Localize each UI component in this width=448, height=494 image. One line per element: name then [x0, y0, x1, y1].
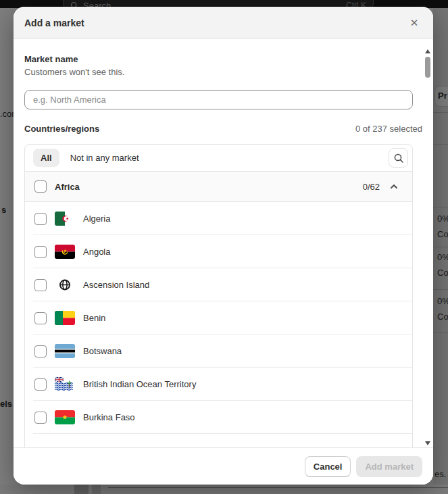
filter-tab-all[interactable]: All [33, 149, 59, 167]
country-checkbox[interactable] [34, 378, 47, 391]
country-row[interactable]: Angola [25, 235, 412, 268]
flag-io-icon [55, 377, 75, 391]
flag-bf-icon [55, 410, 75, 424]
country-name: Ascension Island [83, 280, 149, 290]
country-name: Angola [83, 247, 110, 257]
selected-count: 0 of 237 selected [355, 124, 422, 134]
country-row[interactable]: British Indian Ocean Territory [25, 368, 412, 401]
country-row[interactable]: Botswana [25, 335, 412, 368]
group-checkbox-africa[interactable] [34, 180, 47, 193]
scroll-down-arrow-icon[interactable] [424, 441, 431, 446]
flag-dz-icon [55, 212, 75, 226]
country-name: Algeria [83, 214, 110, 224]
flag-bj-icon [55, 311, 75, 325]
modal-body: Market name Customers won't see this. Co… [14, 39, 433, 447]
country-checkbox[interactable] [34, 345, 47, 357]
close-icon[interactable]: ✕ [406, 15, 422, 31]
country-row[interactable]: Burkina Faso [25, 401, 412, 434]
countries-search-button[interactable] [389, 148, 408, 168]
group-name: Africa [55, 182, 80, 192]
filter-tab-not-in-any-market[interactable]: Not in any market [70, 153, 139, 163]
modal-scrollbar[interactable] [424, 46, 432, 454]
country-name: Botswana [83, 346, 122, 356]
flag-ac-icon [55, 278, 75, 292]
country-row[interactable]: Ascension Island [25, 268, 412, 301]
modal-title: Add a market [24, 18, 84, 28]
country-name: Benin [83, 313, 105, 323]
scrollbar-thumb[interactable] [425, 57, 430, 78]
modal-footer: Cancel Add market [14, 447, 433, 485]
add-market-modal: Add a market ✕ Market name Customers won… [14, 7, 433, 485]
market-name-input[interactable] [24, 90, 413, 109]
country-row[interactable]: Algeria [25, 202, 412, 235]
countries-list: All Not in any market Africa 0/62 [24, 144, 413, 447]
cancel-button[interactable]: Cancel [305, 456, 351, 477]
scroll-up-arrow-icon[interactable] [424, 49, 431, 54]
country-name: Burkina Faso [83, 412, 135, 422]
countries-filter-bar: All Not in any market [25, 145, 412, 172]
flag-ao-icon [55, 245, 75, 259]
country-rows-container: Algeria Angola Ascension Island Benin Bo… [25, 202, 412, 434]
search-icon [393, 153, 404, 164]
country-checkbox[interactable] [34, 312, 47, 324]
country-checkbox[interactable] [34, 412, 47, 424]
market-name-label: Market name [24, 54, 422, 64]
flag-bw-icon [55, 344, 75, 358]
market-name-help: Customers won't see this. [24, 67, 422, 77]
add-market-button[interactable]: Add market [356, 456, 422, 477]
country-checkbox[interactable] [34, 279, 47, 291]
country-checkbox[interactable] [34, 246, 47, 258]
group-selected-count: 0/62 [363, 182, 380, 192]
group-row-africa[interactable]: Africa 0/62 [25, 172, 412, 202]
countries-regions-label: Countries/regions [24, 124, 99, 134]
modal-header: Add a market ✕ [14, 7, 433, 39]
country-row[interactable]: Benin [25, 301, 412, 335]
chevron-up-icon[interactable] [389, 182, 399, 191]
country-name: British Indian Ocean Territory [83, 379, 196, 389]
country-checkbox[interactable] [34, 213, 47, 225]
